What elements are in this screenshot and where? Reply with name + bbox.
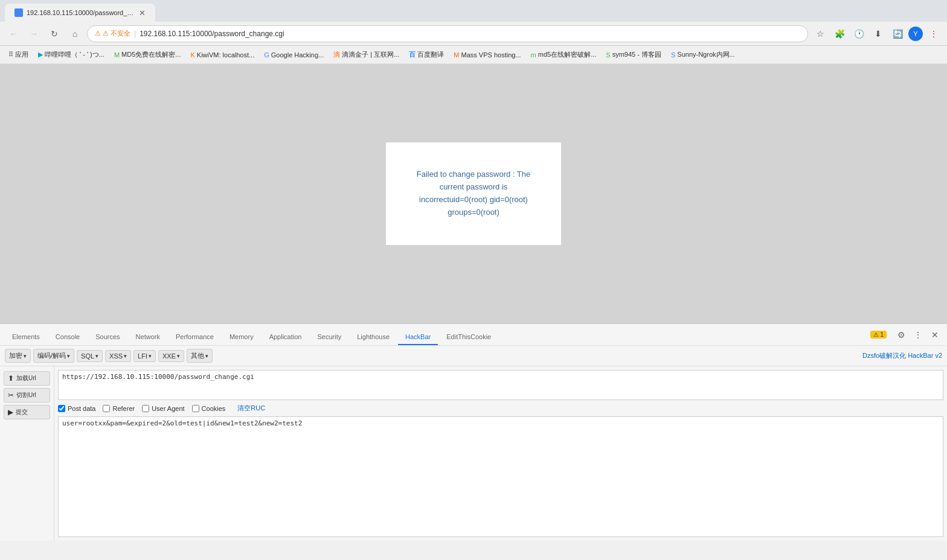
submit-button[interactable]: ▶ 提交 [4,405,50,419]
browser-tab[interactable]: 192.168.10.115:10000/password_change.cgi… [5,4,155,22]
other-label: 其他 [191,351,204,360]
tab-network[interactable]: Network [129,329,167,345]
bookmark-sunny-ngrok[interactable]: S Sunny-Ngrok内网... [667,49,739,60]
other-dropdown[interactable]: 其他 [187,349,213,363]
google-icon: G [264,51,269,59]
bookmark-didijinzi-label: 滴滴金子 | 互联网... [342,50,399,59]
xss-label: XSS [109,352,123,360]
cookies-checkbox[interactable] [192,405,199,412]
tab-hackbar-label: HackBar [405,333,431,340]
hackbar-sidebar: ⬆ 加载Url ✂ 切割Url ▶ 提交 [0,366,54,541]
bookmark-md5decrypt-label: md5在线解密破解... [538,50,597,59]
load-url-label: 加载Url [16,374,36,383]
referer-checkbox[interactable] [103,405,110,412]
post-data-checkbox[interactable] [58,405,65,412]
md5-icon: M [114,51,120,59]
devtools-more-button[interactable]: ⋮ [911,328,925,342]
tab-console[interactable]: Console [48,329,87,345]
bookmark-sym945-label: sym945 - 博客园 [612,50,661,59]
bookmark-bilibili[interactable]: ▶ 哔哩哔哩（ ' - ' )つ... [34,49,108,60]
devtools-panel: Elements Console Sources Network Perform… [0,323,947,541]
browser-chrome: 192.168.10.115:10000/password_change.cgi… [0,0,947,541]
options-row: Post data Referer User Agent Cookies 清 [58,404,943,413]
devtools-close-button[interactable]: ✕ [928,328,942,342]
split-url-label: 切割Url [16,391,36,399]
bookmark-star-button[interactable]: ☆ [812,25,829,42]
user-agent-checkbox[interactable] [142,405,149,412]
content-message: Failed to change password : The current … [417,168,530,218]
tab-lighthouse[interactable]: Lighthouse [350,329,397,345]
url-textarea[interactable] [58,370,943,400]
tab-elements[interactable]: Elements [5,329,47,345]
referer-option[interactable]: Referer [103,405,135,412]
address-bar: ← → ↻ ⌂ ⚠ 不安全 | 192.168.10.115:10000/pas… [0,22,947,46]
split-url-button[interactable]: ✂ 切割Url [4,388,50,402]
profile-button[interactable]: Y [908,27,923,41]
content-line4: groups=0(root) [417,206,530,219]
tab-sources-label: Sources [95,333,120,340]
post-data-option[interactable]: Post data [58,405,95,412]
massvps-icon: M [454,51,459,59]
bookmark-md5-decrypt[interactable]: m md5在线解密破解... [527,49,600,60]
reload-button[interactable]: ↻ [46,25,63,42]
user-agent-label: User Agent [152,405,184,412]
downloads-button[interactable]: ⬇ [870,25,887,42]
tab-application[interactable]: Application [262,329,309,345]
clear-ruc-button[interactable]: 清空RUC [237,404,265,413]
sync-button[interactable]: 🔄 [889,25,906,42]
hackbar-credit: Dzsfo破解汉化 HackBar v2 [862,351,942,360]
forward-button[interactable]: → [25,25,42,42]
xss-dropdown[interactable]: XSS [105,350,131,362]
tab-editthiscookie-label: EditThisCookie [446,333,491,340]
home-button[interactable]: ⌂ [66,25,83,42]
bookmark-didijinzi[interactable]: 滴 滴滴金子 | 互联网... [330,49,403,60]
bookmark-kiwivm-label: KiwiVM: localhost... [197,51,254,59]
content-line3: incorrectuid=0(root) gid=0(root) [417,194,530,206]
bookmark-mass-vps[interactable]: M Mass VPS hosting... [450,50,524,60]
history-button[interactable]: 🕐 [850,25,867,42]
sql-dropdown[interactable]: SQL [77,350,103,362]
tab-memory[interactable]: Memory [222,329,261,345]
warning-badge: ⚠ 1 [870,331,887,339]
user-agent-option[interactable]: User Agent [142,405,184,412]
address-input-bar[interactable]: ⚠ 不安全 | 192.168.10.115:10000/password_ch… [87,25,808,42]
tab-console-label: Console [56,333,80,340]
cookies-option[interactable]: Cookies [192,405,226,412]
post-data-textarea[interactable] [58,416,943,537]
hackbar-toolbar: 加密 编码/解码 SQL XSS LFI XXE 其他 Dzsfo破解汉化 Ha… [0,346,947,366]
encode-dropdown[interactable]: 编码/解码 [33,349,74,363]
bookmark-sym945[interactable]: S sym945 - 博客园 [602,49,665,60]
menu-dots-button[interactable]: ⋮ [925,25,942,42]
bookmark-google-hacking[interactable]: G Google Hacking... [260,50,327,60]
tab-security[interactable]: Security [310,329,348,345]
lfi-label: LFI [138,352,147,360]
back-button[interactable]: ← [5,25,22,42]
sql-label: SQL [81,352,94,360]
lfi-dropdown[interactable]: LFI [133,350,156,362]
extensions-button[interactable]: 🧩 [831,25,848,42]
tab-hackbar[interactable]: HackBar [398,329,438,345]
separator: | [134,30,136,38]
bookmark-massvps-label: Mass VPS hosting... [461,51,521,59]
xxe-dropdown[interactable]: XXE [158,350,184,362]
bookmark-baidu-label: 百度翻译 [417,50,444,59]
bookmark-baidu-translate[interactable]: 百 百度翻译 [405,49,448,60]
tab-security-label: Security [317,333,341,340]
submit-icon: ▶ [8,408,13,416]
load-icon: ⬆ [8,374,14,383]
tab-performance[interactable]: Performance [169,329,221,345]
tab-sources[interactable]: Sources [88,329,127,345]
bookmark-kiwivm[interactable]: K KiwiVM: localhost... [187,50,258,60]
bookmark-md5[interactable]: M MD5免费在线解密... [111,49,185,60]
tab-lighthouse-label: Lighthouse [357,333,390,340]
encrypt-dropdown[interactable]: 加密 [5,349,31,363]
tab-title: 192.168.10.115:10000/password_change.cgi [27,9,135,16]
bookmark-apps[interactable]: ⠿ 应用 [5,49,32,60]
devtools-settings-button[interactable]: ⚙ [894,328,908,342]
warning-icon: ⚠ [103,30,109,37]
tab-editthiscookie[interactable]: EditThisCookie [439,329,498,345]
tab-close-icon[interactable]: ✕ [139,8,146,18]
tab-performance-label: Performance [176,333,214,340]
load-url-button[interactable]: ⬆ 加载Url [4,371,50,386]
bookmark-bilibili-label: 哔哩哔哩（ ' - ' )つ... [45,50,104,59]
